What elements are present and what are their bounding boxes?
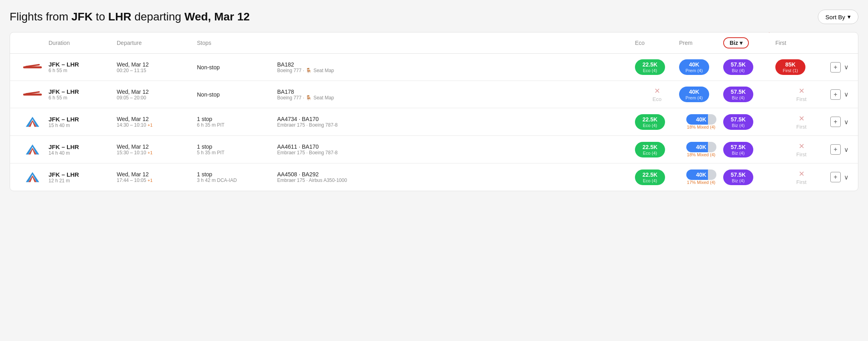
biz-price-pill[interactable]: 57.5K Biz (4) — [723, 169, 753, 185]
biz-price-pill[interactable]: 57.5K Biz (4) — [723, 142, 753, 157]
eco-price-pill[interactable]: 22.5K Eco (4) — [635, 169, 665, 185]
add-button[interactable]: + — [830, 89, 841, 100]
prem-price: 40K — [689, 89, 700, 95]
flight-codes: AA4734 · BA170 — [277, 116, 635, 122]
prem-price-cell[interactable]: 40K Prem (4) — [679, 59, 723, 75]
first-x-icon: ✕ — [799, 114, 805, 123]
expand-button[interactable]: ∨ — [844, 174, 849, 181]
first-x-icon: ✕ — [799, 142, 805, 151]
page-header: Flights from JFK to LHR departing Wed, M… — [10, 10, 858, 24]
prem-price-pill[interactable]: 40K — [686, 142, 716, 152]
aircraft-info: Boeing 777 · 🪑 Seat Map — [277, 95, 635, 101]
add-button[interactable]: + — [830, 172, 841, 182]
biz-price: 57.5K — [731, 89, 746, 95]
time-plus: +1 — [148, 123, 153, 127]
departure-info: Wed, Mar 12 15:30 – 10:10 +1 — [117, 143, 197, 155]
eco-price-cell[interactable]: 22.5K Eco (4) — [635, 59, 679, 75]
route-text: JFK – LHR — [49, 61, 117, 68]
sort-by-button[interactable]: Sort By ▾ — [818, 10, 858, 24]
prem-label: Prem (4) — [685, 95, 703, 100]
col-prem: Prem — [679, 40, 723, 46]
biz-price-cell[interactable]: 57.5K Biz (4) — [723, 114, 775, 130]
col-first: First — [775, 40, 827, 46]
eco-price-pill[interactable]: 22.5K Eco (4) — [635, 59, 665, 75]
first-x-icon: ✕ — [799, 169, 805, 178]
prem-price-cell[interactable]: 40K 18% Mixed (4) — [679, 114, 723, 129]
add-button[interactable]: + — [830, 144, 841, 155]
flight-row: JFK – LHR 15 h 40 m Wed, Mar 12 14:30 – … — [10, 108, 858, 136]
action-cell: + ∨ — [827, 117, 852, 127]
biz-price-cell[interactable]: 57.5K Biz (4) — [723, 59, 775, 75]
flight-codes: AA4611 · BA170 — [277, 143, 635, 150]
biz-price: 57.5K — [731, 172, 746, 178]
departure-info: Wed, Mar 12 17:44 – 10:05 +1 — [117, 171, 197, 183]
flight-codes: BA182 — [277, 61, 635, 68]
biz-label: Biz (4) — [732, 68, 745, 73]
prem-price-pill[interactable]: 40K — [686, 169, 716, 180]
departure-time: 15:30 – 10:10 +1 — [117, 150, 197, 155]
expand-button[interactable]: ∨ — [844, 118, 849, 126]
prem-mixed-cell[interactable]: 40K 18% Mixed (4) — [679, 114, 723, 129]
biz-price-cell[interactable]: 57.5K Biz (4) — [723, 142, 775, 157]
eco-price-pill[interactable]: 22.5K Eco (4) — [635, 114, 665, 130]
biz-sort-button[interactable]: Biz ▾ — [723, 37, 749, 48]
eco-price-cell[interactable]: 22.5K Eco (4) — [635, 142, 679, 157]
eco-price-cell[interactable]: 22.5K Eco (4) — [635, 114, 679, 130]
prem-price-pill[interactable]: 40K Prem (4) — [679, 59, 709, 75]
expand-button[interactable]: ∨ — [844, 63, 849, 71]
flight-codes: BA178 — [277, 89, 635, 95]
flight-row: JFK – LHR 6 h 55 m Wed, Mar 12 00:20 – 1… — [10, 54, 858, 81]
eco-unavail-label: Eco — [653, 96, 661, 102]
route-info: JFK – LHR 14 h 40 m — [49, 143, 117, 156]
prem-mixed-cell[interactable]: 40K 18% Mixed (4) — [679, 142, 723, 157]
prem-mixed-cell[interactable]: 40K 17% Mixed (4) — [679, 169, 723, 185]
first-price-cell: ✕ First — [775, 169, 827, 185]
biz-label: Biz (4) — [732, 151, 745, 155]
first-x-icon: ✕ — [799, 87, 805, 95]
prem-price-cell[interactable]: 40K 18% Mixed (4) — [679, 142, 723, 157]
departure-info: Wed, Mar 12 00:20 – 11:15 — [117, 61, 197, 73]
departure-time: 09:05 – 20:00 — [117, 95, 197, 101]
biz-price-cell[interactable]: 57.5K Biz (4) — [723, 87, 775, 102]
prem-price-cell[interactable]: 40K 17% Mixed (4) — [679, 169, 723, 185]
first-unavailable: ✕ First — [775, 114, 827, 130]
eco-unavailable: ✕ Eco — [635, 87, 679, 102]
expand-button[interactable]: ∨ — [844, 146, 849, 153]
duration-text: 12 h 21 m — [49, 178, 117, 184]
prem-price: 40K — [696, 116, 706, 123]
flight-details: AA4508 · BA292 Embraer 175 · Airbus A350… — [277, 171, 635, 183]
prem-price-pill[interactable]: 40K — [686, 114, 716, 125]
action-cell: + ∨ — [827, 172, 852, 182]
prem-price-pill[interactable]: 40K Prem (4) — [679, 87, 709, 102]
biz-price-pill[interactable]: 57.5K Biz (4) — [723, 87, 753, 102]
prem-price: 40K — [689, 61, 700, 68]
time-plus: +1 — [148, 178, 153, 183]
eco-price-cell: ✕ Eco — [635, 87, 679, 102]
flight-details: BA182 Boeing 777 · 🪑 Seat Map — [277, 61, 635, 73]
eco-price-pill[interactable]: 22.5K Eco (4) — [635, 142, 665, 157]
add-button[interactable]: + — [830, 62, 841, 73]
first-unavailable: ✕ First — [775, 142, 827, 157]
eco-price-cell[interactable]: 22.5K Eco (4) — [635, 169, 679, 185]
biz-price-cell[interactable]: 57.5K Biz (4) — [723, 169, 775, 185]
first-unavailable: ✕ First — [775, 169, 827, 185]
departure-info: Wed, Mar 12 14:30 – 10:10 +1 — [117, 116, 197, 128]
sort-by-label: Sort By — [825, 14, 845, 20]
biz-price-pill[interactable]: 57.5K Biz (4) — [723, 59, 753, 75]
first-price-cell[interactable]: 85K First (1) — [775, 59, 827, 75]
biz-price-pill[interactable]: 57.5K Biz (4) — [723, 114, 753, 130]
expand-button[interactable]: ∨ — [844, 91, 849, 98]
flight-details: BA178 Boeing 777 · 🪑 Seat Map — [277, 89, 635, 101]
biz-label: Biz (4) — [732, 123, 745, 128]
first-unavail-label: First — [796, 179, 806, 185]
departure-date: Wed, Mar 12 — [117, 171, 197, 178]
first-price-pill[interactable]: 85K First (1) — [775, 59, 805, 75]
add-button[interactable]: + — [830, 117, 841, 127]
first-unavailable: ✕ First — [775, 87, 827, 102]
eco-price: 22.5K — [643, 116, 657, 123]
duration-text: 6 h 55 m — [49, 68, 117, 73]
page-title: Flights from JFK to LHR departing Wed, M… — [10, 10, 250, 23]
prem-price-cell[interactable]: 40K Prem (4) — [679, 87, 723, 102]
stops-cell: 1 stop 5 h 35 m PIT — [197, 143, 277, 155]
col-biz-header[interactable]: Biz ▾ — [723, 37, 775, 48]
